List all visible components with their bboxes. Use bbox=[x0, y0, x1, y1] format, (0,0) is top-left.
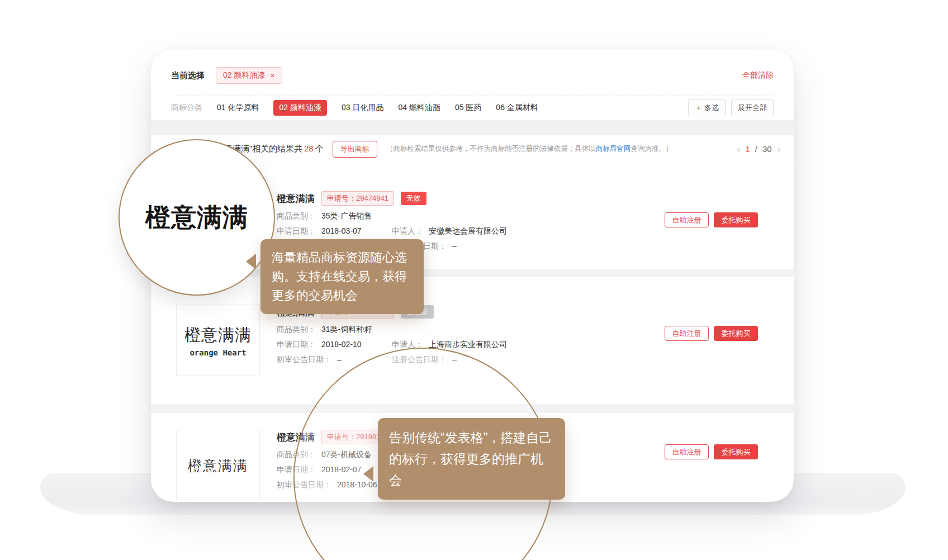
category-bar: 商标分类 01 化学原料 02 颜料油漆 03 日化用品 04 燃料油脂 05 … bbox=[171, 96, 774, 120]
field-value: 35类-广告销售 bbox=[321, 211, 372, 221]
field-label: 注册公告日期： bbox=[392, 355, 447, 364]
self-register-button[interactable]: 自助注册 bbox=[665, 444, 709, 459]
field-value: 2018-02-07 bbox=[321, 465, 362, 474]
entrust-buy-button[interactable]: 委托购买 bbox=[714, 212, 758, 227]
pagination: ‹ 1 / 30 › bbox=[722, 135, 794, 163]
category-item-04[interactable]: 04 燃料油脂 bbox=[398, 103, 440, 113]
field-value: 上海雨步实业有限公司 bbox=[429, 340, 507, 349]
selected-filter-tag-label: 02 颜料油漆 bbox=[223, 70, 265, 80]
field-value: 安徽美达会展有限公司 bbox=[429, 226, 507, 236]
selected-filter-tag[interactable]: 02 颜料油漆 × bbox=[216, 67, 282, 84]
row-separator bbox=[151, 404, 794, 413]
field-value: 2018-02-10 bbox=[321, 340, 362, 349]
application-number-label: 申请号： bbox=[327, 433, 356, 441]
field-label: 初审公告日期： bbox=[277, 480, 331, 490]
field-value: 07类-机械设备 bbox=[321, 450, 372, 459]
entrust-buy-button[interactable]: 委托购买 bbox=[714, 444, 758, 459]
category-item-03[interactable]: 03 日化用品 bbox=[342, 103, 383, 113]
status-badge: 无效 bbox=[401, 192, 426, 205]
page-total: 30 bbox=[762, 144, 772, 154]
field-label: 申请人： bbox=[392, 226, 423, 236]
application-number-value: 29474941 bbox=[356, 194, 388, 202]
category-item-01[interactable]: 01 化学原料 bbox=[217, 103, 259, 113]
category-item-05[interactable]: 05 医药 bbox=[455, 103, 481, 113]
page-next-icon[interactable]: › bbox=[777, 144, 780, 154]
page-current: 1 bbox=[745, 144, 750, 154]
disclaimer-text-after: 查询为准。） bbox=[631, 145, 672, 153]
trademark-name[interactable]: 橙意满满 bbox=[277, 431, 315, 444]
current-selection-bar: 当前选择 02 颜料油漆 × 全部清除 bbox=[171, 49, 774, 96]
current-selection-label: 当前选择 bbox=[171, 70, 205, 81]
magnifier-circle-top: 橙意满满 bbox=[118, 139, 275, 296]
field-value: – bbox=[452, 355, 457, 364]
remove-filter-icon[interactable]: × bbox=[270, 72, 274, 79]
trademark-image[interactable]: 橙意满满 orange Heart bbox=[176, 305, 260, 376]
page-prev-icon[interactable]: ‹ bbox=[737, 144, 740, 154]
self-register-button[interactable]: 自助注册 bbox=[665, 212, 709, 227]
magnified-trademark-text: 橙意满满 bbox=[145, 201, 248, 234]
callout-promotion: 告别传统“发表格”，搭建自己的标行，获得更多的推广机会 bbox=[378, 418, 565, 500]
field-label: 商品类别： bbox=[277, 211, 316, 221]
page-canvas: 当前选择 02 颜料油漆 × 全部清除 商标分类 01 化学原料 02 颜料油漆… bbox=[0, 0, 948, 560]
trademark-image-cn-text: 橙意满满 bbox=[184, 324, 252, 347]
self-register-button[interactable]: 自助注册 bbox=[665, 326, 709, 341]
page-separator: / bbox=[755, 144, 757, 154]
application-number-tag: 申请号：29474941 bbox=[321, 191, 394, 206]
field-label: 初审公告日期： bbox=[277, 355, 331, 364]
category-item-06[interactable]: 06 金属材料 bbox=[496, 103, 538, 113]
trademark-office-link[interactable]: 商标局官网 bbox=[596, 145, 631, 153]
callout-marketplace: 海量精品商标资源随心选购。支持在线交易，获得更多的交易机会 bbox=[260, 239, 424, 314]
field-label: 商品类别： bbox=[277, 325, 316, 334]
field-label: 申请日期： bbox=[277, 340, 316, 349]
field-value: 31类-饲料种籽 bbox=[321, 325, 372, 334]
disclaimer-text-before: （商标检索结果仅供参考，不作为商标能否注册的法律依据；具体以 bbox=[386, 145, 596, 153]
filter-panel: 当前选择 02 颜料油漆 × 全部清除 商标分类 01 化学原料 02 颜料油漆… bbox=[151, 49, 794, 120]
trademark-details: 橙意满满 申请号：29198321 商品类别：07类-机械设备 申请日期：201… bbox=[277, 430, 394, 502]
field-label: 申请日期： bbox=[277, 465, 316, 474]
field-value: – bbox=[337, 355, 342, 364]
multi-select-button[interactable]: ＋ 多选 bbox=[688, 99, 726, 116]
field-label: 申请人： bbox=[392, 340, 423, 349]
results-disclaimer: （商标检索结果仅供参考，不作为商标能否注册的法律依据；具体以商标局官网查询为准。… bbox=[386, 144, 673, 154]
trademark-image-text: 橙意满满 bbox=[188, 457, 248, 475]
field-label: 商品类别： bbox=[277, 450, 316, 459]
results-summary-unit: 个 bbox=[315, 144, 324, 153]
expand-all-button[interactable]: 展开全部 bbox=[731, 99, 774, 116]
application-number-label: 申请号： bbox=[327, 194, 356, 202]
entrust-buy-button[interactable]: 委托购买 bbox=[714, 326, 758, 341]
table-row: 橙意满满 orange Heart 橙意满满 申请号：29482153 已注册 … bbox=[151, 277, 794, 404]
trademark-image[interactable]: 橙意满满 bbox=[176, 430, 260, 501]
field-value: – bbox=[452, 241, 457, 251]
field-value: 2018-03-07 bbox=[321, 226, 362, 236]
export-trademarks-button[interactable]: 导出商标 bbox=[333, 141, 377, 158]
trademark-image-en-text: orange Heart bbox=[189, 348, 246, 357]
trademark-name[interactable]: 橙意满满 bbox=[277, 192, 315, 205]
category-bar-label: 商标分类 bbox=[171, 103, 202, 113]
clear-all-link[interactable]: 全部清除 bbox=[742, 70, 774, 80]
results-count: 28 bbox=[304, 144, 314, 153]
field-label: 申请日期： bbox=[277, 226, 316, 236]
trademark-details: 橙意满满 申请号：29482153 已注册 商品类别：31类-饲料种籽 申请日期… bbox=[277, 305, 507, 404]
category-item-02-selected[interactable]: 02 颜料油漆 bbox=[273, 100, 326, 116]
